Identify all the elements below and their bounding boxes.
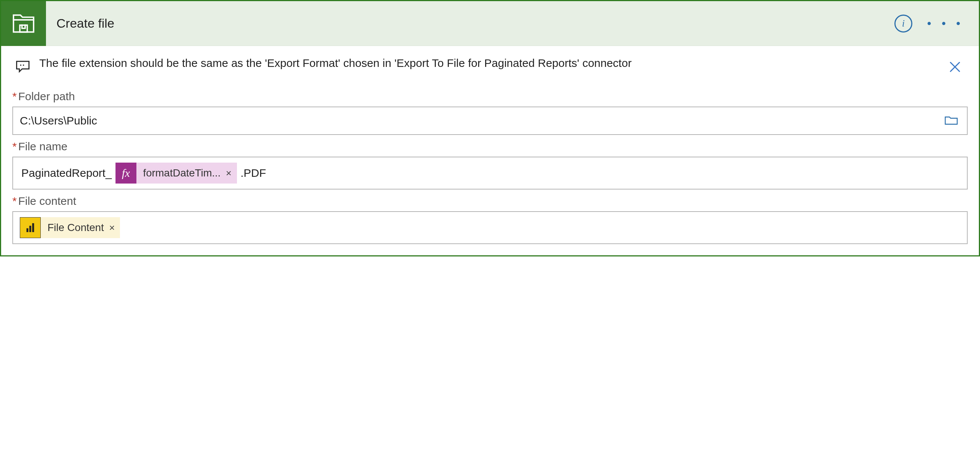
folder-path-value: C:\Users\Public xyxy=(20,115,97,127)
file-name-prefix: PaginatedReport_ xyxy=(20,167,113,180)
fx-icon: fx xyxy=(116,162,137,183)
powerbi-token[interactable]: File Content × xyxy=(20,217,120,238)
note-text: The file extension should be the same as… xyxy=(39,56,939,71)
comment-icon xyxy=(14,58,31,75)
required-indicator: * xyxy=(12,195,17,207)
svg-point-1 xyxy=(20,65,21,66)
card-header: Create file i • • • xyxy=(1,1,979,46)
svg-rect-7 xyxy=(32,223,34,232)
expression-token[interactable]: fx formatDateTim... × xyxy=(116,162,237,183)
folder-picker-button[interactable] xyxy=(942,113,960,129)
note-close-button[interactable] xyxy=(948,56,966,76)
card-title: Create file xyxy=(46,16,894,31)
connector-icon-box xyxy=(1,1,46,46)
header-actions: i • • • xyxy=(894,14,979,32)
create-file-card: Create file i • • • The file extension s… xyxy=(0,0,980,256)
more-menu-button[interactable]: • • • xyxy=(927,17,964,30)
svg-point-2 xyxy=(23,65,24,66)
svg-rect-5 xyxy=(27,228,29,232)
powerbi-token-label: File Content xyxy=(48,222,104,234)
card-body: The file extension should be the same as… xyxy=(1,46,979,255)
close-icon xyxy=(948,59,963,75)
info-icon[interactable]: i xyxy=(894,14,912,32)
powerbi-icon xyxy=(20,217,41,238)
folder-save-icon xyxy=(11,11,36,36)
folder-open-icon xyxy=(944,114,959,126)
required-indicator: * xyxy=(12,90,17,102)
note-row: The file extension should be the same as… xyxy=(12,46,968,85)
powerbi-token-remove[interactable]: × xyxy=(109,222,115,234)
file-content-input[interactable]: File Content × xyxy=(12,211,968,244)
folder-path-input[interactable]: C:\Users\Public xyxy=(12,107,968,135)
expression-token-label: formatDateTim... xyxy=(143,167,221,179)
file-name-label: *File name xyxy=(12,140,968,153)
file-content-label-text: File content xyxy=(18,195,76,207)
expression-token-remove[interactable]: × xyxy=(226,167,231,179)
svg-rect-6 xyxy=(29,226,31,232)
required-indicator: * xyxy=(12,140,17,153)
file-name-suffix: .PDF xyxy=(239,167,267,180)
folder-path-label-text: Folder path xyxy=(18,90,75,102)
file-name-input[interactable]: PaginatedReport_ fx formatDateTim... × .… xyxy=(12,157,968,189)
folder-path-label: *Folder path xyxy=(12,90,968,103)
file-content-label: *File content xyxy=(12,195,968,207)
file-name-label-text: File name xyxy=(18,140,68,153)
